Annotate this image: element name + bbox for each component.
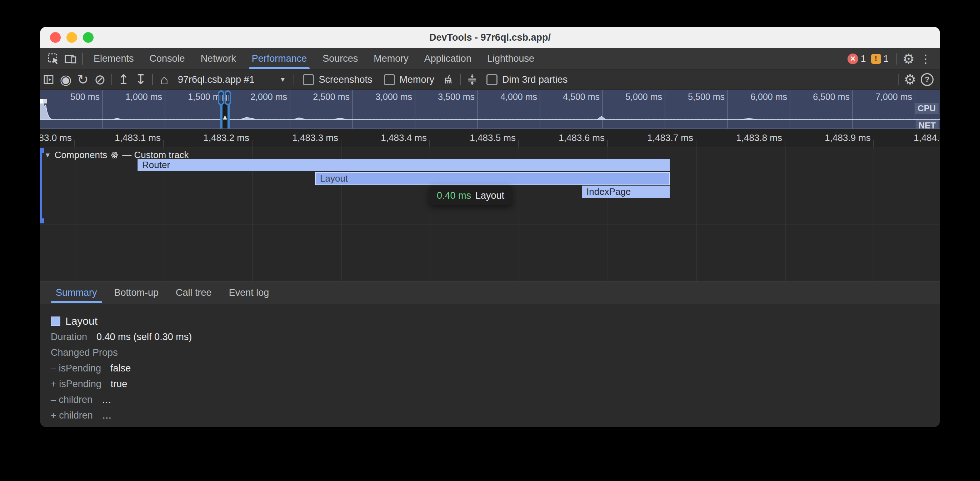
divider [896, 53, 897, 65]
chevron-down-icon: ▼ [280, 76, 286, 84]
devtools-window: DevTools - 97r6ql.csb.app/ [40, 27, 940, 427]
summary-row-value: false [110, 363, 131, 374]
tick-label: 1,483.9 ms [825, 132, 871, 143]
dim-3rd-parties-checkbox[interactable]: Dim 3rd parties [487, 74, 568, 85]
details-tab-bar: SummaryBottom-upCall treeEvent log [40, 281, 940, 304]
error-badge-icon[interactable]: ✕ [848, 54, 858, 64]
selection-cpu-spike [223, 115, 227, 119]
tick-mark [163, 140, 164, 147]
tick-mark [341, 140, 341, 147]
grid-line [785, 148, 786, 281]
cpu-label: CPU [915, 103, 939, 114]
error-count: 1 [861, 53, 866, 64]
panel-tab[interactable]: Elements [86, 48, 142, 69]
selection-right-handle[interactable] [224, 90, 231, 105]
target-label: 97r6ql.csb.app #1 [178, 74, 255, 85]
tick-label: 1,483.6 ms [558, 132, 605, 143]
home-icon[interactable]: ⌂ [156, 71, 173, 88]
panel-tab[interactable]: Lighthouse [479, 48, 542, 69]
selection-left-edge[interactable] [220, 103, 223, 129]
summary-row-label: + children [51, 410, 93, 421]
panel-tab[interactable]: Application [417, 48, 479, 69]
flame-bar[interactable]: Router [137, 159, 670, 171]
gear-icon[interactable]: ⚙ [901, 71, 919, 88]
checkbox-box [487, 74, 498, 85]
summary-row-value: true [111, 379, 127, 390]
device-toolbar-icon[interactable] [62, 51, 79, 67]
tick-label: 1,483.2 ms [203, 132, 249, 143]
tick-label: 1,483.7 ms [647, 132, 693, 143]
tick-mark [607, 140, 608, 147]
grid-line [75, 148, 75, 281]
screenshots-label: Screenshots [318, 74, 372, 85]
clear-icon[interactable]: ⊘ [91, 71, 108, 88]
panel-tab[interactable]: Network [193, 48, 244, 69]
details-tab[interactable]: Summary [47, 281, 106, 304]
tick-mark [429, 140, 430, 147]
details-tab[interactable]: Call tree [167, 281, 220, 304]
reload-icon[interactable]: ↻ [74, 71, 91, 88]
dim-3rd-parties-label: Dim 3rd parties [502, 74, 568, 85]
collapse-icon[interactable] [464, 71, 481, 88]
timeline-overview[interactable]: 500 ms 1,000 ms 1,500 ms 2,000 m [40, 90, 940, 129]
screenshots-checkbox[interactable]: Screenshots [303, 74, 372, 85]
net-label: NET [916, 120, 939, 129]
help-icon[interactable]: ? [919, 71, 936, 88]
inspect-element-icon[interactable] [45, 51, 62, 67]
divider [82, 53, 83, 65]
summary-row: + children … [51, 408, 940, 423]
window-title: DevTools - 97r6ql.csb.app/ [40, 27, 940, 48]
screenshot-thumbnail [40, 99, 47, 103]
memory-checkbox[interactable]: Memory [384, 74, 434, 85]
summary-row-label: – children [51, 394, 92, 405]
tick-mark [74, 140, 75, 147]
panel-tab[interactable]: Memory [366, 48, 417, 69]
summary-row: Changed Props [51, 345, 940, 360]
tick-label: 1,483.0 ms [40, 132, 72, 143]
divider [898, 74, 899, 85]
tabbar-left-icons [40, 48, 86, 69]
flame-bar-label: IndexPage [586, 186, 631, 197]
tick-mark [873, 140, 874, 147]
details-tab[interactable]: Bottom-up [106, 281, 167, 304]
settings-gear-icon[interactable]: ⚙ [900, 50, 917, 67]
panel-tab[interactable]: Sources [315, 48, 366, 69]
tick-mark [784, 140, 785, 147]
cpu-baseline-dashed [40, 119, 940, 119]
flame-bar[interactable]: IndexPage [582, 186, 670, 198]
summary-row-value: 0.40 ms (self 0.30 ms) [96, 332, 192, 343]
download-icon[interactable]: ↧ [132, 71, 149, 88]
tick-mark [696, 140, 697, 147]
track-selection-border [40, 148, 42, 223]
tick-label: 1,483.3 ms [292, 132, 338, 143]
panel-tab[interactable]: Console [142, 48, 193, 69]
flame-bar-label: Router [142, 159, 170, 171]
details-tab[interactable]: Event log [220, 281, 278, 304]
selection-left-handle[interactable] [218, 90, 224, 105]
panel-tab[interactable]: Performance [244, 48, 315, 69]
selection-right-edge[interactable] [228, 103, 230, 129]
target-selector[interactable]: 97r6ql.csb.app #1 ▼ [173, 74, 291, 85]
summary-row-value: … [102, 410, 112, 421]
timeline-ruler: 1,483.0 ms 1,483.1 ms 1,483.2 ms [40, 129, 940, 147]
summary-rows: Duration 0.40 ms (self 0.30 ms) Changed … [51, 329, 940, 423]
warning-badge-icon[interactable]: ! [871, 54, 881, 64]
upload-icon[interactable]: ↥ [115, 71, 132, 88]
atom-icon [111, 151, 119, 159]
title-bar: DevTools - 97r6ql.csb.app/ [40, 27, 940, 48]
garbage-collect-icon[interactable] [440, 71, 457, 88]
summary-row-label: – isPending [51, 363, 101, 374]
flame-bar[interactable]: Layout [315, 172, 670, 185]
record-icon[interactable]: ◉ [57, 71, 74, 88]
summary-row: Duration 0.40 ms (self 0.30 ms) [51, 329, 940, 345]
flame-chart[interactable]: ▼ Components — Custom track Route [40, 147, 940, 281]
track-title: Components [55, 149, 107, 160]
performance-toolbar: ◉ ↻ ⊘ ↥ ↧ ⌂ 97r6ql.csb.app #1 ▼ Screensh… [40, 70, 940, 90]
summary-row-label: + isPending [51, 379, 102, 390]
dock-side-icon[interactable] [40, 71, 57, 88]
flame-tooltip: 0.40 ms Layout [429, 186, 512, 205]
warning-count: 1 [884, 53, 889, 64]
kebab-menu-icon[interactable]: ⋮ [917, 50, 934, 67]
grid-line [696, 148, 697, 281]
summary-row: – children … [51, 392, 940, 408]
